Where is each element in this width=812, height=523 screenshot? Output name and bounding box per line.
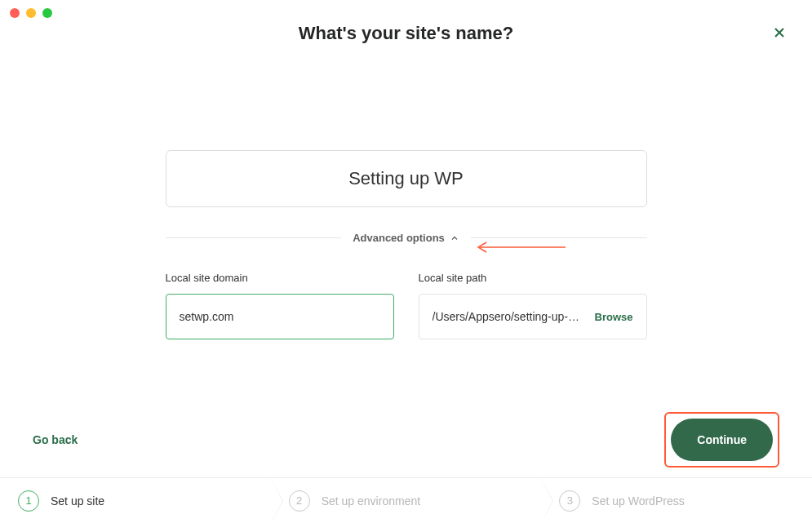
window-minimize-dot[interactable]: [26, 8, 36, 18]
go-back-button[interactable]: Go back: [33, 433, 78, 446]
window-close-dot[interactable]: [10, 8, 20, 18]
step-number: 1: [18, 490, 39, 512]
step-label: Set up environment: [322, 494, 420, 507]
site-name-input[interactable]: [166, 150, 647, 207]
step-setup-site[interactable]: 1 Set up site: [0, 478, 271, 523]
continue-button[interactable]: Continue: [671, 419, 773, 461]
step-setup-wordpress[interactable]: 3 Set up WordPress: [541, 478, 812, 523]
path-field: Local site path /Users/Appsero/setting-u…: [419, 272, 647, 339]
browse-button[interactable]: Browse: [595, 311, 633, 323]
close-button[interactable]: [771, 24, 788, 44]
divider-left: [166, 237, 342, 238]
step-setup-environment[interactable]: 2 Set up environment: [271, 478, 542, 523]
chevron-up-icon: [450, 233, 459, 243]
advanced-fields: Local site domain Local site path /Users…: [166, 272, 647, 339]
advanced-options-label: Advanced options: [353, 232, 445, 244]
header: What's your site's name?: [0, 0, 812, 44]
path-label: Local site path: [419, 272, 647, 284]
main-content: Advanced options Local site domain Local…: [166, 44, 647, 339]
stepper: 1 Set up site 2 Set up environment 3 Set…: [0, 477, 812, 523]
advanced-options-toggle[interactable]: Advanced options: [341, 232, 471, 244]
step-number: 2: [289, 490, 310, 512]
path-box: /Users/Appsero/setting-up-… Browse: [419, 294, 647, 339]
domain-label: Local site domain: [166, 272, 394, 284]
step-label: Set up site: [51, 494, 104, 507]
path-value: /Users/Appsero/setting-up-…: [433, 310, 587, 323]
step-number: 3: [559, 490, 580, 512]
close-icon: [771, 24, 788, 41]
continue-highlight: Continue: [664, 412, 779, 468]
window-controls: [10, 8, 52, 18]
divider-right: [471, 237, 647, 238]
window-maximize-dot[interactable]: [42, 8, 52, 18]
step-label: Set up WordPress: [592, 494, 684, 507]
domain-field: Local site domain: [166, 272, 394, 339]
footer-actions: Go back Continue: [0, 412, 812, 468]
advanced-options-row: Advanced options: [166, 232, 647, 244]
page-title: What's your site's name?: [0, 23, 812, 44]
domain-input[interactable]: [166, 294, 394, 339]
